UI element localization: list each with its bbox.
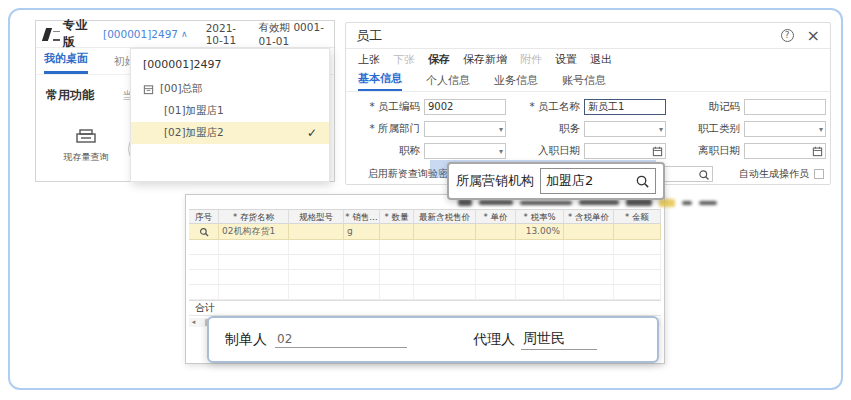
chevron-down-icon: ▾ <box>499 145 503 159</box>
popup-maker-value: 02 <box>275 332 407 348</box>
blur-smudge <box>682 201 692 205</box>
inventory-table: 序号 * 存货名称 规格型号 * 销售… * 数量 最新含税售价 * 单价 * … <box>189 209 661 300</box>
chevron-down-icon: ▾ <box>499 123 503 137</box>
tab-personal-info[interactable]: 个人信息 <box>426 73 470 91</box>
app-logo: 专业版 <box>44 17 89 51</box>
scroll-left-icon[interactable]: ◂ <box>189 318 198 327</box>
department-select[interactable]: ▾ <box>424 121 506 137</box>
hire-date-input[interactable] <box>584 143 666 159</box>
col-spec: 规格型号 <box>289 209 344 224</box>
prev-record-button[interactable]: 上张 <box>358 52 380 67</box>
tab-basic-info[interactable]: 基本信息 <box>358 71 402 91</box>
auto-operator-checkbox[interactable] <box>814 169 824 179</box>
employee-type-label: 职工类别 <box>668 122 740 136</box>
marketing-org-popup: 所属营销机构 加盟店2 <box>447 162 665 200</box>
org-item-label: [02]加盟店2 <box>164 126 224 140</box>
popup-maker-label: 制单人 <box>225 331 267 349</box>
cell-unit-price[interactable] <box>476 224 516 240</box>
org-item-headquarters[interactable]: [00]总部 <box>131 78 329 100</box>
exit-button[interactable]: 退出 <box>590 52 612 67</box>
blur-smudge <box>579 200 619 205</box>
job-title-label: 职称 <box>348 144 420 158</box>
cell-qty[interactable] <box>380 224 414 240</box>
salary-verify-label: 启用薪资查询验密 <box>348 167 448 181</box>
job-title-select[interactable]: ▾ <box>424 143 506 159</box>
table-header-row: 序号 * 存货名称 规格型号 * 销售… * 数量 最新含税售价 * 单价 * … <box>189 209 661 224</box>
chevron-down-icon: ▾ <box>819 123 823 137</box>
employee-type-select[interactable]: ▾ <box>744 121 826 137</box>
employee-window: 员工 ? × 上张 下张 保存 保存新增 附件 设置 退出 基本信息 个人信息 … <box>345 22 831 185</box>
inventory-query-label: 现存量查询 <box>54 151 118 164</box>
magnifier-icon <box>199 227 209 237</box>
popup-marketing-org-input[interactable]: 加盟店2 <box>540 168 656 194</box>
maker-agent-popup: 制单人 02 代理人 周世民 <box>207 316 659 363</box>
chevron-down-icon: ▾ <box>659 123 663 137</box>
close-icon[interactable]: × <box>807 29 820 43</box>
tab-my-desktop[interactable]: 我的桌面 <box>44 51 88 74</box>
row-magnifier-cell[interactable] <box>189 224 219 240</box>
col-qty: * 数量 <box>380 209 414 224</box>
tab-account-info[interactable]: 账号信息 <box>562 73 606 91</box>
calendar-icon <box>812 146 823 157</box>
employee-code-input[interactable]: 9002 <box>424 99 506 115</box>
table-empty-row <box>189 240 661 255</box>
org-item-store2[interactable]: [02]加盟店2 ✓ <box>131 122 329 144</box>
common-functions-title: 常用功能 <box>46 87 94 104</box>
blur-smudge <box>626 199 652 206</box>
duty-select[interactable]: ▾ <box>584 121 666 137</box>
col-sales: * 销售… <box>344 209 380 224</box>
printer-icon <box>75 129 97 146</box>
logo-dots-icon <box>53 31 60 41</box>
save-button[interactable]: 保存 <box>428 52 450 67</box>
table-empty-rows <box>189 240 661 300</box>
cell-latest-price[interactable] <box>414 224 476 240</box>
building-icon <box>143 84 154 95</box>
employee-code-label: * 员工编码 <box>348 100 420 114</box>
blur-smudge <box>520 201 572 205</box>
employee-name-label: * 员工名称 <box>508 100 580 114</box>
org-code: [000001]2497 <box>103 28 178 40</box>
settings-button[interactable]: 设置 <box>555 52 577 67</box>
col-latest-price: 最新含税售价 <box>414 209 476 224</box>
employee-name-input[interactable]: 新员工1 <box>584 99 666 115</box>
tab-business-info[interactable]: 业务信息 <box>494 73 538 91</box>
hire-date-label: 入职日期 <box>508 144 580 158</box>
table-empty-row <box>189 255 661 270</box>
cell-spec[interactable] <box>289 224 344 240</box>
org-dropdown-header: [000001]2497 <box>131 49 329 78</box>
save-and-new-button[interactable]: 保存新增 <box>463 52 507 67</box>
cell-amount[interactable] <box>614 224 661 240</box>
popup-agent-value: 周世民 <box>521 330 597 350</box>
check-icon: ✓ <box>307 126 317 140</box>
cell-item-name[interactable]: 02机构存货1 <box>219 224 289 240</box>
validity-text: 有效期 0001-01-01 <box>259 21 326 47</box>
logo-edition-label: 专业版 <box>63 17 89 51</box>
inventory-query-shortcut[interactable]: 现存量查询 <box>54 129 118 164</box>
leave-date-input[interactable] <box>744 143 826 159</box>
employee-toolbar: 上张 下张 保存 保存新增 附件 设置 退出 <box>346 49 830 70</box>
col-seq: 序号 <box>189 209 219 224</box>
col-item-name: * 存货名称 <box>219 209 289 224</box>
desktop-header: 专业版 [000001]2497 ∧ 2021-10-11 有效期 0001-0… <box>36 21 334 48</box>
col-tax-price: * 含税单价 <box>564 209 614 224</box>
blur-smudge <box>479 200 513 205</box>
mnemonic-input[interactable] <box>744 99 826 115</box>
cell-tax-rate[interactable]: 13.00% <box>516 224 564 240</box>
blur-smudge <box>699 201 717 205</box>
help-icon[interactable]: ? <box>781 29 794 42</box>
col-unit-price: * 单价 <box>476 209 516 224</box>
chevron-up-icon: ∧ <box>181 29 188 39</box>
magnifier-icon[interactable] <box>635 174 650 189</box>
popup-marketing-org-label: 所属营销机构 <box>456 172 534 190</box>
duty-label: 职务 <box>508 122 580 136</box>
leave-date-label: 离职日期 <box>668 144 740 158</box>
auto-operator-label: 自动生成操作员 <box>739 167 809 181</box>
table-row[interactable]: 02机构存货1 g 13.00% <box>189 224 661 240</box>
magnifier-icon[interactable] <box>698 169 710 181</box>
cell-sales[interactable]: g <box>344 224 380 240</box>
blur-smudge <box>458 199 472 206</box>
next-record-button: 下张 <box>393 52 415 67</box>
cell-tax-price[interactable] <box>564 224 614 240</box>
org-item-store1[interactable]: [01]加盟店1 <box>131 100 329 122</box>
org-selector[interactable]: [000001]2497 ∧ <box>103 28 188 40</box>
